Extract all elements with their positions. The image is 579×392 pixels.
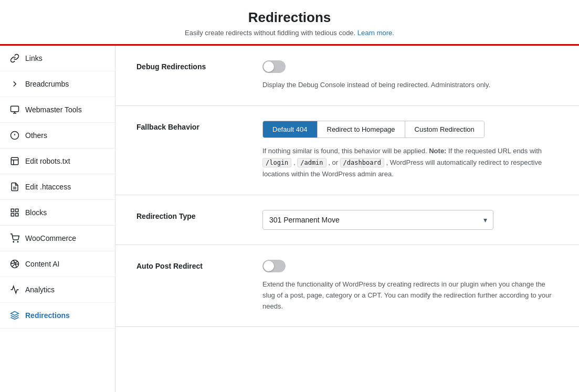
- redirection-type-row: Redirection Type 301 Permanent Move 302 …: [136, 210, 558, 230]
- svg-rect-6: [11, 157, 18, 165]
- code-dashboard: /dashboard: [340, 158, 384, 167]
- page-title: Redirections: [0, 9, 579, 26]
- debug-redirections-control: Display the Debug Console instead of bei…: [262, 60, 558, 91]
- analytics-icon: [9, 284, 20, 295]
- auto-post-toggle-track: [262, 260, 286, 272]
- code-admin: /admin: [297, 158, 326, 167]
- sidebar-label-analytics: Analytics: [25, 285, 55, 294]
- svg-rect-14: [16, 214, 18, 216]
- sidebar-label-edit-htaccess: Edit .htaccess: [25, 183, 71, 191]
- main-layout: Links Breadcrumbs Webmaster Tools Others: [0, 46, 579, 392]
- sidebar: Links Breadcrumbs Webmaster Tools Others: [0, 46, 115, 392]
- htaccess-icon: [9, 182, 20, 192]
- breadcrumbs-icon: [9, 79, 20, 89]
- sidebar-item-analytics[interactable]: Analytics: [0, 277, 115, 303]
- sidebar-item-redirections[interactable]: Redirections: [0, 303, 115, 329]
- auto-post-description: Extend the functionality of WordPress by…: [262, 279, 558, 312]
- app-container: Redirections Easily create redirects wit…: [0, 0, 579, 392]
- auto-post-redirect-label: Auto Post Redirect: [136, 260, 241, 270]
- redirection-type-label: Redirection Type: [136, 210, 241, 220]
- debug-toggle-track: [262, 60, 286, 73]
- redirection-type-select-wrapper: 301 Permanent Move 302 Temporary Move 30…: [262, 210, 493, 230]
- debug-redirections-row: Debug Redirections Display the Debug Con…: [136, 60, 558, 91]
- sidebar-item-links[interactable]: Links: [0, 46, 115, 71]
- sidebar-label-others: Others: [25, 131, 47, 140]
- page-subtitle: Easily create redirects without fiddling…: [0, 29, 579, 37]
- webmaster-icon: [9, 104, 20, 115]
- svg-point-15: [13, 241, 14, 242]
- comma1: ,: [291, 158, 295, 166]
- sidebar-item-edit-htaccess[interactable]: Edit .htaccess: [0, 174, 115, 200]
- sidebar-label-webmaster-tools: Webmaster Tools: [25, 105, 82, 114]
- fallback-behavior-control: Default 404 Redirect to Homepage Custom …: [262, 121, 558, 180]
- btn-redirect-homepage[interactable]: Redirect to Homepage: [318, 121, 405, 137]
- page-header: Redirections Easily create redirects wit…: [0, 0, 579, 46]
- btn-custom-redirection[interactable]: Custom Redirection: [405, 121, 484, 137]
- redirections-icon: [9, 310, 20, 321]
- svg-rect-12: [16, 209, 18, 211]
- redirection-type-section: Redirection Type 301 Permanent Move 302 …: [115, 195, 579, 245]
- btn-default-404[interactable]: Default 404: [263, 121, 318, 137]
- info-note: If the requested URL ends with: [446, 147, 542, 155]
- sidebar-label-blocks: Blocks: [25, 208, 47, 217]
- auto-post-redirect-control: Extend the functionality of WordPress by…: [262, 260, 558, 312]
- links-icon: [9, 53, 20, 63]
- debug-toggle[interactable]: [262, 60, 286, 73]
- auto-post-redirect-section: Auto Post Redirect Extend the functional…: [115, 245, 579, 327]
- sidebar-label-edit-robots: Edit robots.txt: [25, 157, 70, 165]
- sidebar-label-content-ai: Content AI: [25, 260, 59, 268]
- fallback-behavior-label: Fallback Behavior: [136, 121, 241, 131]
- sidebar-label-breadcrumbs: Breadcrumbs: [25, 80, 69, 88]
- learn-more-link[interactable]: Learn more.: [357, 29, 394, 37]
- debug-toggle-thumb: [264, 61, 274, 72]
- sidebar-item-webmaster-tools[interactable]: Webmaster Tools: [0, 97, 115, 123]
- sidebar-label-redirections: Redirections: [25, 311, 70, 320]
- robots-icon: [9, 156, 20, 166]
- debug-redirections-label: Debug Redirections: [136, 60, 241, 71]
- fallback-behavior-section: Fallback Behavior Default 404 Redirect t…: [115, 106, 579, 195]
- fallback-behavior-row: Fallback Behavior Default 404 Redirect t…: [136, 121, 558, 180]
- auto-post-redirect-row: Auto Post Redirect Extend the functional…: [136, 260, 558, 312]
- fallback-info-text: If nothing similar is found, this behavi…: [262, 145, 558, 180]
- redirection-type-control: 301 Permanent Move 302 Temporary Move 30…: [262, 210, 558, 230]
- info-note-label: Note:: [429, 147, 446, 155]
- debug-description: Display the Debug Console instead of bei…: [262, 80, 558, 91]
- sidebar-label-links: Links: [25, 54, 43, 62]
- sidebar-item-woocommerce[interactable]: WooCommerce: [0, 226, 115, 251]
- blocks-icon: [9, 207, 20, 218]
- woocommerce-icon: [9, 233, 20, 243]
- sidebar-item-content-ai[interactable]: Content AI: [0, 251, 115, 277]
- sidebar-item-edit-robots[interactable]: Edit robots.txt: [0, 149, 115, 174]
- debug-redirections-section: Debug Redirections Display the Debug Con…: [115, 46, 579, 106]
- info-prefix: If nothing similar is found, this behavi…: [262, 147, 429, 155]
- auto-post-toggle-thumb: [264, 261, 274, 271]
- content-ai-icon: [9, 259, 20, 269]
- svg-rect-0: [11, 106, 19, 112]
- svg-point-16: [17, 241, 18, 242]
- svg-rect-13: [11, 214, 14, 216]
- main-content: Debug Redirections Display the Debug Con…: [115, 46, 579, 392]
- sidebar-label-woocommerce: WooCommerce: [25, 234, 76, 242]
- fallback-button-group: Default 404 Redirect to Homepage Custom …: [262, 121, 485, 138]
- sidebar-item-others[interactable]: Others: [0, 123, 115, 149]
- redirection-type-select[interactable]: 301 Permanent Move 302 Temporary Move 30…: [262, 210, 493, 230]
- sidebar-item-blocks[interactable]: Blocks: [0, 200, 115, 226]
- code-login: /login: [262, 158, 291, 167]
- svg-rect-11: [11, 209, 14, 211]
- sidebar-item-breadcrumbs[interactable]: Breadcrumbs: [0, 71, 115, 97]
- others-icon: [9, 130, 20, 141]
- comma2: , or: [327, 158, 338, 166]
- auto-post-toggle[interactable]: [262, 260, 286, 272]
